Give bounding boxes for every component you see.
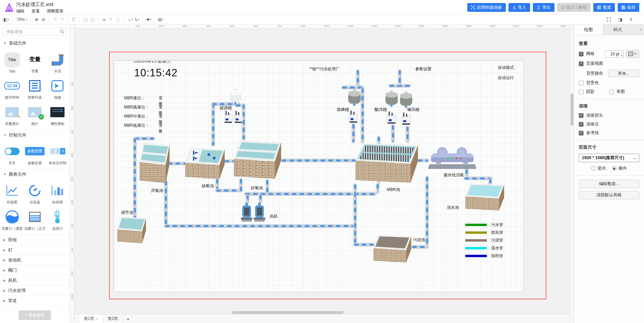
sidebar-group-chart[interactable]: ▼图表元件 [0,169,70,179]
grid-size-input[interactable]: 10 pt▲▼ [605,50,624,57]
mbr-level-row[interactable]: MBR高液位：变量 [124,104,149,110]
auto-run-label[interactable]: 自动运行 [498,75,514,81]
shape-item-digital-clock[interactable]: 12:34数字时钟 [1,76,23,102]
pipe-segment[interactable] [246,194,249,203]
page-size-select[interactable]: 1920 * 1080(推荐尺寸) ⌄ [579,154,639,162]
sketch-checkbox[interactable] [609,90,614,94]
plant-title[interactable]: **镇**污水处理厂 [309,66,340,72]
guides-checkbox[interactable] [579,131,584,135]
page-tab-1[interactable]: 第1页∧ [79,315,103,323]
insert-dropdown[interactable]: +▾ [145,16,152,23]
tab-diagram[interactable]: 绘图 [574,24,603,35]
zoom-out-icon[interactable]: ⊖ [40,16,47,23]
save-button[interactable]: 保存 [618,3,639,12]
dosing-pump-pair[interactable] [224,110,243,124]
connector-style-dropdown[interactable]: ↳▾ [133,16,140,23]
shape-item-switch[interactable]: 开关 [1,141,23,168]
export-button[interactable]: 导出 [533,3,554,12]
menu-view[interactable]: 查看 [31,8,40,14]
mbr-tank-label[interactable]: MBR池 [387,187,400,193]
shape-item-param-setting[interactable]: 参数设置参数设置 [23,141,46,168]
sidebar-group-pipe[interactable]: ▶管道 [0,295,70,305]
close-panel-icon[interactable]: × [639,27,642,32]
pipe-segment[interactable] [376,183,379,193]
import-button[interactable]: 导入 [509,3,530,12]
shape-item-variable[interactable]: 变量变量 [23,49,46,76]
h-scrollbar-thumb[interactable] [232,311,344,314]
pipe-segment[interactable] [405,126,409,143]
mbr-level-row[interactable]: MBR中液位：变量 [124,114,149,119]
clean-water-tank-label[interactable]: 清水池 [447,205,459,210]
add-page-button[interactable]: + [123,315,133,323]
dosing-pump[interactable] [401,113,412,125]
dosing-pump[interactable] [348,110,359,123]
search-input[interactable] [3,28,67,36]
sidebar-group-button[interactable]: ▶按钮 [0,234,70,245]
table-dropdown[interactable]: ⊞▾ [157,16,164,23]
legend-item[interactable]: 污泥管 [465,238,503,243]
mbr-level-row[interactable]: MBR液位：变量 [124,95,145,101]
pipe-segment[interactable] [351,123,355,143]
phosphorus-removal-tank[interactable] [347,89,362,106]
sludge-tank-label[interactable]: 污泥池 [413,237,425,243]
grid-color-button[interactable]: ✎ [626,50,639,58]
v-scrollbar[interactable] [570,24,574,323]
shape-item-alarm-list[interactable]: 告警列表 [23,76,46,102]
pipe-segment[interactable] [211,102,215,147]
portrait-radio[interactable] [591,166,596,171]
page-tab-2[interactable]: 第2页 [103,315,123,323]
pipe-segment[interactable] [281,158,356,162]
arrow-style-dropdown[interactable]: →▾ [126,16,133,23]
more-shapes-button[interactable]: + 更多图形 [19,310,51,320]
sidebar-group-basic[interactable]: ▼基础元件 [0,38,70,48]
sidebar-group-control[interactable]: ▼控制元件 [0,130,70,140]
aerobic-tank-label[interactable]: 好氧池 [251,185,263,191]
acid-wash-tank[interactable] [385,90,399,107]
shape-item-flowmeter-round[interactable]: 流量计（圆形） [1,207,23,233]
page[interactable]: 2020/04/15 星期三 10:15:42 **镇**污水处理厂 参数设置 … [114,61,523,292]
alkali-wash-tank[interactable] [399,91,413,108]
shape-item-line-chart[interactable]: 折线图 [1,180,23,207]
carbon-tank-label[interactable]: 碳源桶 [220,105,232,111]
shape-item-title[interactable]: TitleTitle [1,49,23,76]
stepper-icons[interactable]: ▲▼ [621,51,623,57]
phosphorus-tank-label[interactable]: 除磷桶 [337,107,349,113]
pipe-segment[interactable] [398,69,401,85]
aerobic-tank[interactable] [234,140,281,180]
sidebar-group-fan[interactable]: ▶风机 [0,275,70,285]
shape-item-flowmeter-square[interactable]: 流量计（正方... [23,207,46,233]
sidebar-group-motor[interactable]: ▶发动机 [0,255,70,265]
pipe-segment[interactable] [215,189,243,192]
pipe-segment[interactable] [164,224,355,228]
clean-water-tank[interactable] [465,183,504,211]
carbon-source-tank[interactable] [229,88,242,105]
grid-checkbox[interactable] [579,52,584,56]
zoom-in-icon[interactable]: ⊕ [33,16,40,23]
sidebar-group-lamp[interactable]: ▶灯 [0,245,70,255]
legend-item[interactable]: 清水管 [465,246,503,250]
h-scrollbar[interactable] [70,311,570,314]
shape-item-multistate[interactable]: 123多状态控制 [46,141,69,168]
shape-item-image[interactable]: +图片 [23,102,46,128]
pipe-segment[interactable] [133,136,155,140]
blower-label[interactable]: 风机 [270,214,278,219]
pipe-segment[interactable] [417,158,429,162]
search-icon[interactable] [60,29,64,34]
shape-item-bar-chart[interactable]: 柱状图 [46,180,69,207]
collapse-toolbar-icon[interactable]: « [628,16,636,23]
shape-item-waterflow[interactable]: 水流 [46,49,69,76]
regulating-tank[interactable] [117,217,146,244]
drawing-canvas[interactable]: 2020/04/15 星期三 10:15:42 **镇**污水处理厂 参数设置 … [74,29,570,314]
pipe-segment[interactable] [239,178,243,192]
legend-item[interactable]: 加药管 [465,254,503,258]
sidebar-group-sewage[interactable]: ▶污水处理 [0,285,70,295]
clear-default-style-button[interactable]: 清除默认风格 [579,191,639,199]
menu-adjust-shape[interactable]: 调整图形 [47,8,64,14]
pages-menu-icon[interactable]: ⋮ [70,315,79,323]
dosing-pump[interactable] [386,111,397,124]
format-panel-toggle-icon[interactable]: ◨ [617,16,624,23]
change-background-button[interactable]: 更改... [608,70,639,77]
quick-connect-button[interactable]: 启用快捷连接 [467,3,506,12]
uv-disinfection-label[interactable]: 紫外线消毒 [444,172,464,178]
mbr-tank[interactable] [355,143,418,184]
